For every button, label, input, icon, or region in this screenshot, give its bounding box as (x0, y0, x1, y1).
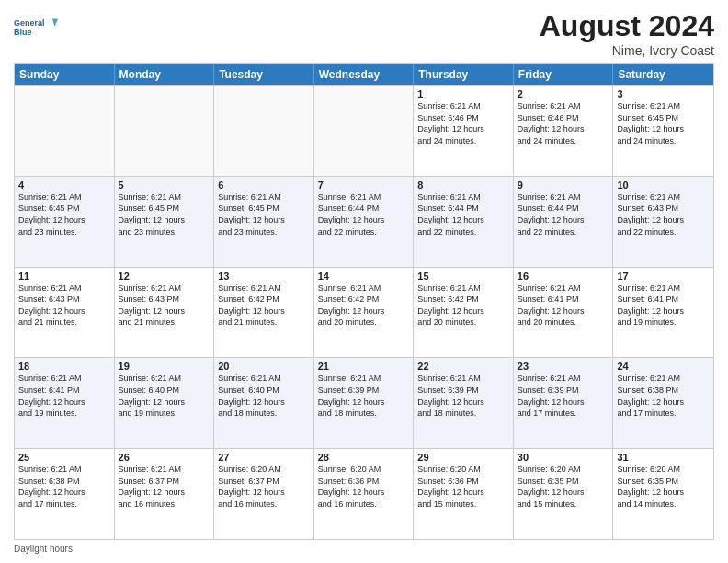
calendar-cell-5-3: 27Sunrise: 6:20 AM Sunset: 6:37 PM Dayli… (214, 449, 314, 539)
svg-text:General: General (14, 18, 45, 28)
day-info: Sunrise: 6:21 AM Sunset: 6:41 PM Dayligh… (617, 282, 710, 328)
calendar-cell-5-6: 30Sunrise: 6:20 AM Sunset: 6:35 PM Dayli… (514, 449, 614, 539)
title-block: August 2024 Nime, Ivory Coast (540, 9, 714, 58)
day-info: Sunrise: 6:21 AM Sunset: 6:37 PM Dayligh… (119, 464, 210, 510)
day-info: Sunrise: 6:21 AM Sunset: 6:41 PM Dayligh… (518, 282, 609, 328)
calendar-cell-4-4: 21Sunrise: 6:21 AM Sunset: 6:39 PM Dayli… (314, 358, 415, 448)
day-number: 25 (18, 452, 110, 463)
calendar-cell-1-6: 2Sunrise: 6:21 AM Sunset: 6:46 PM Daylig… (514, 86, 614, 176)
day-info: Sunrise: 6:21 AM Sunset: 6:39 PM Dayligh… (318, 373, 410, 419)
calendar-cell-4-2: 19Sunrise: 6:21 AM Sunset: 6:40 PM Dayli… (115, 358, 215, 448)
day-number: 2 (518, 88, 609, 99)
svg-text:Blue: Blue (14, 28, 32, 37)
calendar: SundayMondayTuesdayWednesdayThursdayFrid… (14, 63, 714, 540)
day-number: 18 (18, 361, 110, 372)
day-number: 20 (218, 361, 310, 372)
calendar-header-monday: Monday (115, 64, 215, 85)
calendar-cell-4-6: 23Sunrise: 6:21 AM Sunset: 6:39 PM Dayli… (514, 358, 614, 448)
day-number: 27 (218, 452, 310, 463)
calendar-cell-5-7: 31Sunrise: 6:20 AM Sunset: 6:35 PM Dayli… (613, 449, 713, 539)
footer: Daylight hours (14, 544, 714, 554)
calendar-header-saturday: Saturday (613, 64, 713, 85)
day-number: 4 (18, 179, 110, 190)
calendar-header-wednesday: Wednesday (314, 64, 415, 85)
svg-marker-2 (52, 18, 58, 26)
calendar-cell-2-1: 4Sunrise: 6:21 AM Sunset: 6:45 PM Daylig… (15, 177, 115, 267)
day-number: 3 (617, 88, 710, 99)
calendar-header-thursday: Thursday (414, 64, 514, 85)
day-number: 23 (518, 361, 609, 372)
calendar-cell-5-5: 29Sunrise: 6:20 AM Sunset: 6:36 PM Dayli… (414, 449, 514, 539)
day-info: Sunrise: 6:21 AM Sunset: 6:45 PM Dayligh… (18, 191, 110, 237)
day-info: Sunrise: 6:20 AM Sunset: 6:35 PM Dayligh… (518, 464, 609, 510)
day-number: 28 (318, 452, 410, 463)
calendar-cell-2-7: 10Sunrise: 6:21 AM Sunset: 6:43 PM Dayli… (613, 177, 713, 267)
day-number: 9 (518, 179, 609, 190)
day-info: Sunrise: 6:21 AM Sunset: 6:44 PM Dayligh… (518, 191, 609, 237)
day-info: Sunrise: 6:21 AM Sunset: 6:40 PM Dayligh… (218, 373, 310, 419)
calendar-cell-3-7: 17Sunrise: 6:21 AM Sunset: 6:41 PM Dayli… (613, 268, 713, 358)
calendar-cell-1-4 (314, 86, 415, 176)
day-info: Sunrise: 6:21 AM Sunset: 6:42 PM Dayligh… (318, 282, 410, 328)
calendar-cell-2-4: 7Sunrise: 6:21 AM Sunset: 6:44 PM Daylig… (314, 177, 415, 267)
calendar-cell-2-6: 9Sunrise: 6:21 AM Sunset: 6:44 PM Daylig… (514, 177, 614, 267)
day-number: 26 (119, 452, 210, 463)
day-number: 8 (417, 179, 509, 190)
day-info: Sunrise: 6:21 AM Sunset: 6:46 PM Dayligh… (417, 100, 509, 146)
calendar-cell-3-5: 15Sunrise: 6:21 AM Sunset: 6:42 PM Dayli… (414, 268, 514, 358)
calendar-cell-3-4: 14Sunrise: 6:21 AM Sunset: 6:42 PM Dayli… (314, 268, 415, 358)
day-number: 22 (417, 361, 509, 372)
day-info: Sunrise: 6:21 AM Sunset: 6:45 PM Dayligh… (617, 100, 710, 146)
day-number: 30 (518, 452, 609, 463)
day-info: Sunrise: 6:21 AM Sunset: 6:41 PM Dayligh… (18, 373, 110, 419)
calendar-cell-3-3: 13Sunrise: 6:21 AM Sunset: 6:42 PM Dayli… (214, 268, 314, 358)
calendar-cell-1-1 (15, 86, 115, 176)
calendar-week-2: 4Sunrise: 6:21 AM Sunset: 6:45 PM Daylig… (15, 176, 713, 267)
day-number: 16 (518, 270, 609, 282)
page: General Blue August 2024 Nime, Ivory Coa… (0, 0, 728, 563)
header: General Blue August 2024 Nime, Ivory Coa… (14, 9, 714, 58)
day-info: Sunrise: 6:20 AM Sunset: 6:35 PM Dayligh… (617, 464, 710, 510)
day-info: Sunrise: 6:21 AM Sunset: 6:39 PM Dayligh… (518, 373, 609, 419)
day-info: Sunrise: 6:21 AM Sunset: 6:46 PM Dayligh… (518, 100, 609, 146)
day-number: 15 (417, 270, 509, 282)
calendar-cell-4-1: 18Sunrise: 6:21 AM Sunset: 6:41 PM Dayli… (15, 358, 115, 448)
day-number: 12 (119, 270, 210, 282)
day-number: 10 (617, 179, 710, 190)
day-info: Sunrise: 6:21 AM Sunset: 6:44 PM Dayligh… (417, 191, 509, 237)
calendar-cell-5-4: 28Sunrise: 6:20 AM Sunset: 6:36 PM Dayli… (314, 449, 415, 539)
calendar-cell-3-6: 16Sunrise: 6:21 AM Sunset: 6:41 PM Dayli… (514, 268, 614, 358)
calendar-cell-4-5: 22Sunrise: 6:21 AM Sunset: 6:39 PM Dayli… (414, 358, 514, 448)
day-info: Sunrise: 6:20 AM Sunset: 6:37 PM Dayligh… (218, 464, 310, 510)
calendar-cell-1-2 (115, 86, 215, 176)
day-info: Sunrise: 6:20 AM Sunset: 6:36 PM Dayligh… (417, 464, 509, 510)
calendar-cell-1-5: 1Sunrise: 6:21 AM Sunset: 6:46 PM Daylig… (414, 86, 514, 176)
calendar-week-3: 11Sunrise: 6:21 AM Sunset: 6:43 PM Dayli… (15, 267, 713, 358)
day-number: 13 (218, 270, 310, 282)
calendar-cell-2-2: 5Sunrise: 6:21 AM Sunset: 6:45 PM Daylig… (115, 177, 215, 267)
calendar-cell-3-1: 11Sunrise: 6:21 AM Sunset: 6:43 PM Dayli… (15, 268, 115, 358)
calendar-week-4: 18Sunrise: 6:21 AM Sunset: 6:41 PM Dayli… (15, 357, 713, 448)
calendar-cell-1-7: 3Sunrise: 6:21 AM Sunset: 6:45 PM Daylig… (613, 86, 713, 176)
logo-svg: General Blue (14, 9, 58, 46)
day-number: 1 (417, 88, 509, 99)
calendar-cell-4-7: 24Sunrise: 6:21 AM Sunset: 6:38 PM Dayli… (613, 358, 713, 448)
day-number: 6 (218, 179, 310, 190)
logo: General Blue (14, 9, 58, 46)
day-number: 7 (318, 179, 410, 190)
day-info: Sunrise: 6:20 AM Sunset: 6:36 PM Dayligh… (318, 464, 410, 510)
calendar-header-tuesday: Tuesday (214, 64, 314, 85)
calendar-header-row: SundayMondayTuesdayWednesdayThursdayFrid… (15, 64, 713, 85)
calendar-cell-4-3: 20Sunrise: 6:21 AM Sunset: 6:40 PM Dayli… (214, 358, 314, 448)
calendar-header-sunday: Sunday (15, 64, 115, 85)
day-info: Sunrise: 6:21 AM Sunset: 6:39 PM Dayligh… (417, 373, 509, 419)
calendar-week-5: 25Sunrise: 6:21 AM Sunset: 6:38 PM Dayli… (15, 448, 713, 539)
day-info: Sunrise: 6:21 AM Sunset: 6:44 PM Dayligh… (318, 191, 410, 237)
day-info: Sunrise: 6:21 AM Sunset: 6:38 PM Dayligh… (617, 373, 710, 419)
day-number: 14 (318, 270, 410, 282)
day-number: 24 (617, 361, 710, 372)
day-number: 31 (617, 452, 710, 463)
location: Nime, Ivory Coast (540, 43, 714, 58)
day-info: Sunrise: 6:21 AM Sunset: 6:42 PM Dayligh… (417, 282, 509, 328)
calendar-header-friday: Friday (514, 64, 614, 85)
